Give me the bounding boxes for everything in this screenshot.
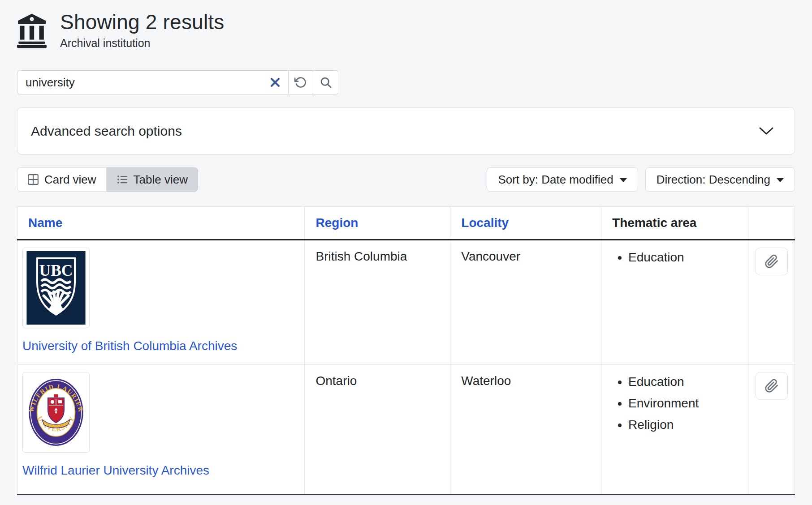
sort-by-dropdown[interactable]: Sort by: Date modified xyxy=(487,167,638,192)
results-toolbar: Card view Table view Sort by: Date modif… xyxy=(17,167,795,192)
table-row: UBC xyxy=(17,240,795,365)
page-header: Showing 2 results Archival institution xyxy=(17,10,795,50)
table-list-icon xyxy=(117,174,128,185)
locality-cell: Waterloo xyxy=(450,365,601,495)
thematic-area-cell: Education Environment Religion xyxy=(601,365,748,495)
region-cell: Ontario xyxy=(305,365,450,495)
card-view-label: Card view xyxy=(44,173,96,187)
sort-by-label: Sort by: Date modified xyxy=(498,173,613,187)
attachment-button[interactable] xyxy=(756,372,788,400)
svg-text:UBC: UBC xyxy=(39,261,73,279)
paperclip-icon xyxy=(764,379,779,393)
caret-down-icon xyxy=(620,178,627,182)
x-clear-icon xyxy=(270,77,281,88)
advanced-search-label: Advanced search options xyxy=(31,124,182,139)
sort-controls: Sort by: Date modified Direction: Descen… xyxy=(487,167,795,192)
reset-icon xyxy=(294,76,307,89)
card-grid-icon xyxy=(27,174,39,185)
column-header-thematic-area: Thematic area xyxy=(601,207,748,240)
direction-dropdown[interactable]: Direction: Descending xyxy=(645,167,795,192)
page-title: Showing 2 results xyxy=(60,10,224,34)
direction-label: Direction: Descending xyxy=(657,173,770,187)
thematic-area-item: Education xyxy=(628,249,737,265)
table-view-button[interactable]: Table view xyxy=(107,167,198,192)
page-subtitle: Archival institution xyxy=(60,37,224,50)
thematic-area-item: Religion xyxy=(628,417,737,433)
institution-logo-card: UBC xyxy=(22,248,90,328)
title-block: Showing 2 results Archival institution xyxy=(60,10,224,50)
thematic-area-item: Education xyxy=(628,374,737,390)
archival-institution-icon xyxy=(17,13,47,48)
search-input[interactable] xyxy=(17,70,288,94)
search-field-wrap xyxy=(17,70,288,94)
paperclip-icon xyxy=(764,254,779,269)
table-header-row: Name Region Locality Thematic area xyxy=(17,207,795,240)
column-header-attachment xyxy=(748,207,795,240)
column-header-locality[interactable]: Locality xyxy=(450,207,601,240)
search-icon xyxy=(320,76,332,89)
card-view-button[interactable]: Card view xyxy=(17,167,107,192)
table-row: WILFRID LAURIER UNIVERSITY xyxy=(17,365,795,495)
caret-down-icon xyxy=(777,178,784,182)
attachment-button[interactable] xyxy=(756,248,788,275)
thematic-area-cell: Education xyxy=(601,240,748,365)
chevron-down-icon xyxy=(759,127,774,136)
results-table: Name Region Locality Thematic area UBC xyxy=(17,206,795,495)
thematic-area-item: Environment xyxy=(628,395,737,411)
column-header-region[interactable]: Region xyxy=(305,207,450,240)
view-toggle-group: Card view Table view xyxy=(17,167,198,192)
clear-search-button[interactable] xyxy=(265,70,285,94)
locality-cell: Vancouver xyxy=(450,240,601,365)
reset-search-button[interactable] xyxy=(288,70,313,94)
table-view-label: Table view xyxy=(134,173,188,187)
ubc-logo: UBC xyxy=(26,251,86,325)
search-bar xyxy=(17,70,338,94)
result-link[interactable]: Wilfrid Laurier University Archives xyxy=(22,463,209,478)
wlu-logo: WILFRID LAURIER UNIVERSITY xyxy=(26,376,86,449)
submit-search-button[interactable] xyxy=(313,70,338,94)
column-header-name[interactable]: Name xyxy=(17,207,305,240)
page: Showing 2 results Archival institution xyxy=(0,0,812,495)
advanced-search-panel[interactable]: Advanced search options xyxy=(17,107,795,154)
institution-logo-card: WILFRID LAURIER UNIVERSITY xyxy=(22,372,90,453)
region-cell: British Columbia xyxy=(305,240,450,365)
result-link[interactable]: University of British Columbia Archives xyxy=(22,339,237,353)
